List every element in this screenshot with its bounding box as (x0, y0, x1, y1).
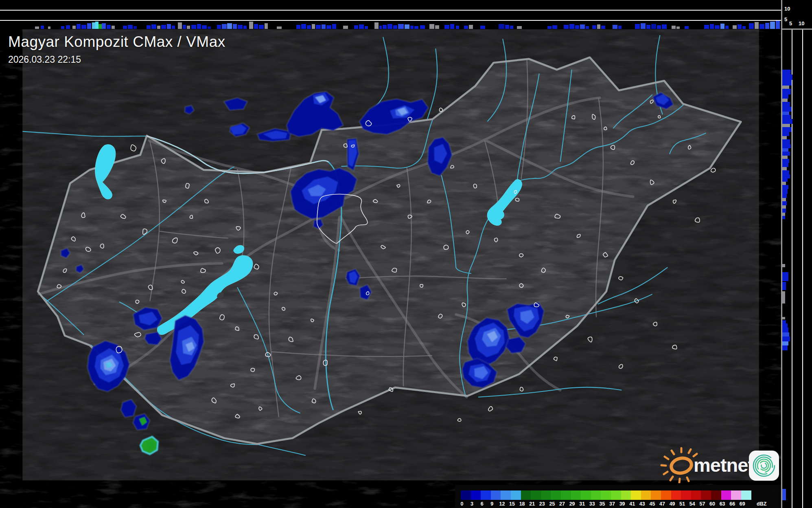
top-strip-bar (191, 25, 196, 29)
colorbar-tick-label: 63 (720, 501, 725, 507)
right-strip-bar (782, 139, 790, 144)
top-strip-bar (575, 25, 579, 29)
top-strip-bar (227, 23, 232, 29)
hungary-map-svg (0, 29, 781, 508)
right-strip-bar (782, 163, 788, 167)
top-gridline-10 (0, 10, 781, 11)
right-strip-bar (782, 152, 790, 156)
top-strip-bar (601, 26, 605, 29)
colorbar-cell (641, 490, 651, 500)
colorbar-tick-label: 18 (519, 501, 525, 507)
colorbar-tick-label: 6 (481, 501, 484, 507)
colorbar-cell (461, 490, 471, 500)
colorbar-tick-label: 45 (649, 501, 655, 507)
top-strip-bar (374, 22, 379, 29)
colorbar-cell (531, 490, 541, 500)
top-strip-bar (87, 23, 91, 29)
top-strip-bar (383, 25, 387, 29)
top-strip-bar (95, 22, 98, 29)
right-strip-bar (782, 95, 788, 99)
right-strip-bar (782, 127, 792, 132)
top-strip-bar (592, 25, 596, 29)
top-strip-bar (464, 26, 468, 29)
top-strip-bar (147, 25, 151, 29)
precip-blob (121, 399, 137, 417)
colorbar-tick-label: 69 (740, 501, 745, 507)
right-strip-bar (782, 119, 792, 124)
top-strip-bar (733, 25, 737, 29)
right-strip-bar (782, 320, 786, 323)
right-strip-bar (782, 189, 788, 194)
right-strip-bar (782, 205, 786, 209)
right-strip-bar (782, 336, 790, 341)
precip-blob (144, 332, 162, 345)
top-strip-bar (405, 24, 409, 29)
top-strip-bar (332, 24, 336, 29)
right-strip-bar (782, 182, 786, 185)
top-strip-bar (410, 26, 414, 29)
top-strip-bar (635, 24, 640, 29)
top-strip-bar (208, 26, 211, 29)
colorbar-tick-label: 15 (509, 501, 515, 507)
top-strip-bar (651, 24, 656, 29)
top-strip-bar (98, 24, 102, 29)
timestamp: 2026.03.23 22:15 (8, 54, 225, 65)
top-strip-bar (301, 24, 306, 29)
colorbar-tick-label: 37 (609, 501, 615, 507)
right-strip-bar (782, 489, 786, 500)
colorbar-cell (631, 490, 641, 500)
top-strip-bar (499, 24, 504, 29)
top-strip-bar (429, 24, 434, 29)
right-strip-bar (782, 144, 791, 148)
top-strip-bar (322, 24, 326, 29)
colorbar-tick-label: 39 (619, 501, 625, 507)
right-profile-strip (781, 0, 812, 508)
colorbar-tick-label: 47 (659, 501, 665, 507)
right-strip-bar (782, 282, 786, 290)
top-strip-bar (510, 26, 513, 29)
colorbar-cell (691, 490, 701, 500)
top-strip-bar (685, 26, 689, 29)
colorbar-tick-label: 43 (639, 501, 645, 507)
colorbar-tick-label: 9 (490, 501, 493, 507)
top-strip-bar (233, 24, 237, 29)
strip-separator-vertical (781, 0, 782, 508)
colorbar-tick-label: 35 (599, 501, 605, 507)
top-strip-bar (749, 23, 754, 29)
right-strip-bar (782, 156, 788, 159)
top-strip-bar (307, 25, 311, 29)
top-strip-bar (552, 25, 557, 29)
colorbar-cell (681, 490, 691, 500)
top-axis-label-5: 5 (784, 16, 787, 22)
top-strip-bar (597, 24, 600, 29)
top-strip-bar (326, 25, 331, 29)
right-strip-bar (782, 159, 789, 163)
right-strip-bar (782, 264, 785, 267)
colorbar-cell (501, 490, 511, 500)
top-strip-bar (157, 26, 160, 29)
top-strip-bar (586, 26, 589, 29)
colorbar-cell (601, 490, 611, 500)
top-strip-bar (178, 22, 182, 29)
right-strip-bar (782, 107, 792, 112)
sun-icon (661, 448, 697, 483)
top-strip-bar (564, 25, 569, 29)
colorbar-tick-label: 3 (471, 501, 473, 507)
top-strip-bar (296, 25, 300, 29)
right-strip-bar (782, 132, 789, 136)
colorbar-cell (571, 490, 581, 500)
top-strip-bar (547, 26, 552, 29)
top-strip-bar (151, 24, 156, 29)
top-strip-bar (480, 26, 485, 29)
right-strip-bar (782, 341, 788, 345)
colorbar-cell (741, 490, 751, 500)
top-strip-bar (265, 23, 268, 29)
right-strip-bar (782, 112, 789, 115)
right-strip-bar (782, 213, 785, 216)
right-strip-bar (782, 201, 787, 205)
right-gridline-5 (792, 29, 792, 508)
top-strip-bar (102, 23, 106, 29)
top-strip-bar (420, 25, 425, 29)
radar-map (0, 29, 781, 508)
right-strip-bar (782, 167, 787, 170)
